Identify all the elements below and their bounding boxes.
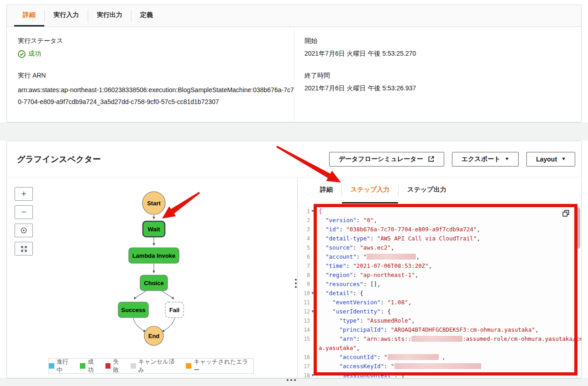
graph-pane: Start Wait Lambda Invoke Choice Success: [7, 177, 298, 378]
fold-caret-icon[interactable]: ▼: [310, 289, 315, 298]
graph-node-start[interactable]: Start: [142, 192, 165, 214]
legend-item-3: キャンセル済み: [131, 358, 180, 374]
fold-caret-icon[interactable]: ▼: [310, 307, 315, 316]
execution-tab-3[interactable]: 定義: [131, 5, 162, 26]
line-number: 17: [298, 362, 310, 371]
step-pane: 詳細ステップ入力ステップ出力 1▼{2 "version": "0",3 "id…: [298, 177, 581, 378]
node-wait-label: Wait: [148, 226, 161, 233]
line-number: 14: [298, 325, 310, 334]
center-graph-button[interactable]: [15, 224, 33, 237]
line-number: 8: [298, 271, 310, 280]
zoom-out-button[interactable]: −: [15, 205, 33, 219]
step-tab-0[interactable]: 詳細: [311, 177, 341, 203]
export-button[interactable]: エクスポート ▼: [452, 152, 519, 167]
graph-node-lambda-invoke[interactable]: Lambda Invoke: [129, 248, 179, 263]
node-fail-label: Fail: [169, 307, 179, 313]
copy-icon: [562, 210, 569, 217]
layout-button[interactable]: Layout ▼: [526, 152, 575, 167]
redacted-value: [388, 354, 439, 360]
code-line: 8 "region": "ap-northeast-1",: [298, 271, 581, 280]
state-machine-graph: Start Wait Lambda Invoke Choice Success: [7, 177, 297, 378]
panel-resize-handle[interactable]: [287, 379, 296, 381]
fold-gutter: [310, 243, 315, 252]
graph-legend: 進行中成功失敗キャンセル済みキャッチされたエラー: [48, 358, 254, 374]
graph-node-wait[interactable]: Wait: [143, 221, 165, 237]
line-number: 2: [298, 216, 310, 225]
fold-gutter: [310, 298, 315, 307]
code-line: 9 "resources": [],: [298, 280, 581, 289]
legend-label: キャンセル済み: [138, 358, 180, 374]
code-text: "region": "ap-northeast-1",: [315, 271, 418, 280]
graph-node-fail[interactable]: Fail: [165, 302, 184, 318]
fit-to-screen-button[interactable]: [15, 242, 33, 256]
end-time-value: 2021年7月6日 火曜日 午後 5:53:26.937: [304, 84, 570, 93]
legend-swatch: [80, 363, 85, 369]
zoom-in-button[interactable]: +: [15, 187, 33, 201]
code-text: "version": "0",: [315, 216, 377, 225]
details-left-column: 実行ステータス 成功 実行 ARN arn:aws:states:ap-nort…: [7, 27, 294, 122]
code-text: "principalId": "AROAQ4BT4DHFGCBDEKSF3:cm…: [315, 325, 539, 334]
code-text: "type": "AssumedRole",: [315, 316, 415, 325]
fold-caret-icon[interactable]: ▼: [310, 371, 315, 378]
legend-label: 成功: [88, 358, 100, 374]
execution-tab-2[interactable]: 実行出力: [88, 5, 131, 26]
node-lambda-invoke-label: Lambda Invoke: [132, 252, 176, 259]
code-text: "sessionContext": {: [315, 371, 404, 378]
fold-gutter: [310, 325, 315, 334]
redacted-value: [367, 254, 416, 260]
graph-node-end[interactable]: End: [144, 326, 163, 345]
legend-swatch: [49, 363, 54, 369]
node-success-label: Success: [121, 307, 146, 313]
export-label: エクスポート: [462, 155, 501, 163]
legend-swatch: [186, 363, 191, 369]
code-text: "accountId": " ,: [315, 353, 446, 362]
legend-item-1: 成功: [80, 358, 99, 374]
dataflow-simulator-button[interactable]: データフローシミュレーター: [329, 152, 444, 167]
status-label: 実行ステータス: [18, 37, 283, 45]
line-number: 7: [298, 261, 310, 271]
step-tabs: 詳細ステップ入力ステップ出力: [298, 177, 581, 203]
graph-zoom-controls: + −: [15, 187, 33, 256]
dataflow-simulator-label: データフローシミュレーター: [339, 155, 423, 163]
step-input-code-editor[interactable]: 1▼{2 "version": "0",3 "id": "038b676a-7c…: [298, 206, 581, 378]
pane-resize-handle[interactable]: [295, 279, 297, 288]
line-number: 3: [298, 225, 310, 234]
start-time-label: 開始: [304, 37, 570, 45]
copy-code-button[interactable]: [562, 210, 569, 219]
code-text: "detail-type": "AWS API Call via CloudTr…: [315, 234, 480, 243]
fold-caret-icon[interactable]: ▼: [310, 207, 315, 216]
line-number: 6: [298, 252, 310, 261]
layout-label: Layout: [536, 156, 557, 163]
code-line: 1▼{: [298, 207, 581, 216]
details-right-column: 開始 2021年7月6日 火曜日 午後 5:53:25.270 終了時間 202…: [294, 27, 581, 122]
step-tab-2[interactable]: ステップ出力: [399, 177, 455, 203]
graph-inspector-title: グラフインスペクター: [17, 154, 101, 165]
line-number: 11: [298, 298, 310, 307]
fold-gutter: [310, 234, 315, 243]
line-number: [298, 344, 310, 353]
fold-gutter: [310, 261, 315, 271]
legend-item-0: 進行中: [49, 358, 74, 374]
graph-node-success[interactable]: Success: [118, 302, 148, 318]
line-number: 12: [298, 307, 310, 316]
page: { "tabs": { "execution": [ {"label": "詳細…: [0, 0, 588, 386]
code-line: 6 "account": ",: [298, 252, 581, 261]
graph-node-choice[interactable]: Choice: [140, 275, 168, 291]
code-line: 17 "accessKeyId": ": [298, 362, 581, 371]
execution-tab-1[interactable]: 実行入力: [45, 5, 88, 26]
redacted-value: [411, 336, 462, 342]
step-tab-1[interactable]: ステップ入力: [342, 177, 398, 203]
redacted-value: [394, 363, 481, 369]
code-line: 11 "eventVersion": "1.08",: [298, 298, 581, 307]
execution-tab-0[interactable]: 詳細: [14, 5, 44, 26]
legend-swatch: [105, 363, 111, 369]
fold-gutter: [310, 225, 315, 234]
code-scrollbar-thumb[interactable]: [576, 208, 580, 249]
line-number: 18: [298, 371, 310, 378]
line-number: 10: [298, 289, 310, 298]
line-number: 5: [298, 243, 310, 252]
code-text: "detail": {: [315, 289, 363, 298]
legend-label: 失敗: [113, 358, 125, 374]
status-value: 成功: [28, 50, 41, 58]
code-line: 5 "source": "aws.ec2",: [298, 243, 581, 252]
